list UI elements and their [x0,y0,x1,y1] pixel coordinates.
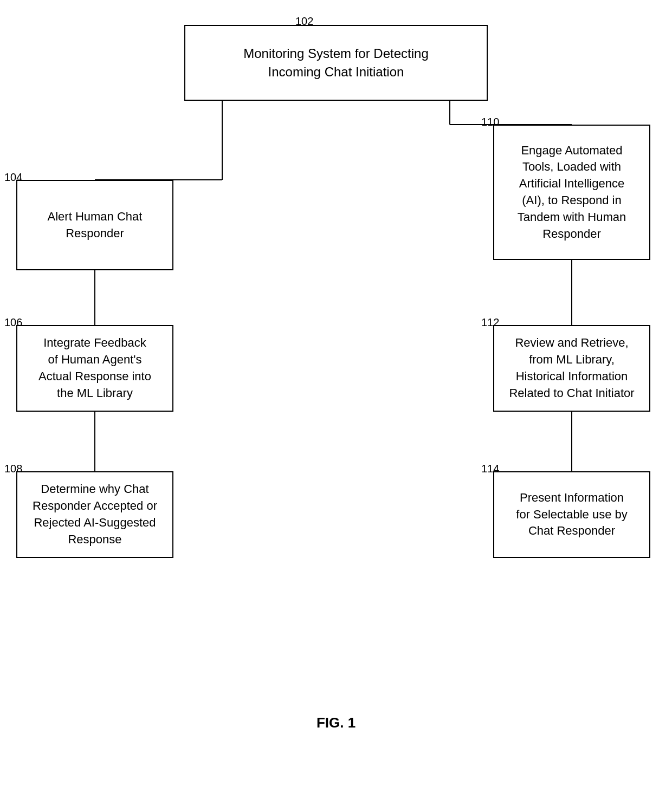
node-110: Engage Automated Tools, Loaded with Arti… [493,125,650,260]
ref-108: 108 [4,463,22,475]
node-114: Present Information for Selectable use b… [493,471,650,558]
node-108: Determine why Chat Responder Accepted or… [16,471,173,558]
node-106: Integrate Feedback of Human Agent's Actu… [16,325,173,412]
ref-112: 112 [481,316,499,329]
diagram-container: Monitoring System for Detecting Incoming… [0,0,672,748]
ref-114: 114 [481,463,499,475]
node-102: Monitoring System for Detecting Incoming… [184,25,488,101]
ref-106: 106 [4,316,22,329]
ref-102: 102 [295,15,313,28]
node-104: Alert Human Chat Responder [16,180,173,270]
ref-110: 110 [481,116,499,128]
node-112: Review and Retrieve, from ML Library, Hi… [493,325,650,412]
fig-label: FIG. 1 [0,714,672,731]
ref-104: 104 [4,171,22,184]
